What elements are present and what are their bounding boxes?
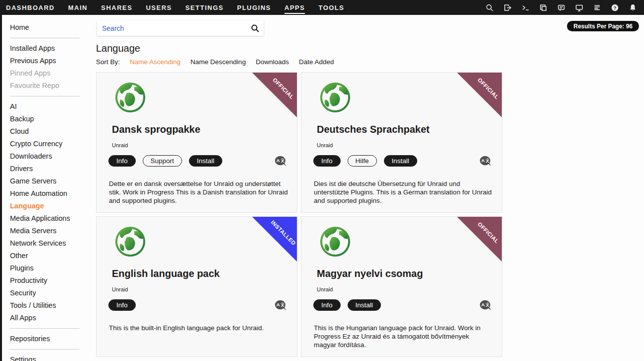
sidebar-item-tools-utilities[interactable]: Tools / Utilities	[10, 299, 96, 312]
sidebar-item-cloud[interactable]: Cloud	[10, 125, 96, 138]
translate-icon[interactable]: A	[275, 156, 287, 167]
sidebar-item-backup[interactable]: Backup	[10, 113, 96, 125]
nav-main[interactable]: MAIN	[68, 1, 88, 14]
official-ribbon: OFFICIAL	[252, 73, 297, 117]
nav-icons: ?	[485, 3, 644, 12]
nav-shares[interactable]: SHARES	[101, 1, 132, 14]
sidebar-item-favourite-repo: Favourite Repo	[10, 80, 96, 92]
app-description: This is the Hungarian language pack for …	[314, 324, 493, 349]
app-author: Unraid	[317, 142, 333, 148]
help-icon[interactable]: ?	[611, 3, 619, 12]
terminal-icon[interactable]	[521, 3, 530, 12]
sidebar-divider	[10, 349, 80, 350]
svg-text:A: A	[276, 302, 280, 307]
search-submit-button[interactable]	[247, 21, 264, 36]
app-title[interactable]: Dansk sprogpakke	[112, 124, 200, 135]
sidebar-divider	[10, 328, 80, 329]
toolbar-row: Results Per Page: 96	[96, 15, 644, 36]
info-button[interactable]: Info	[313, 299, 341, 311]
nav-dashboard[interactable]: DASHBOARD	[6, 1, 55, 14]
globe-icon	[316, 82, 354, 116]
sidebar-divider	[10, 96, 80, 96]
support-button[interactable]: Support	[143, 155, 182, 167]
support-button[interactable]: Hilfe	[348, 155, 377, 167]
svg-text:A: A	[481, 158, 485, 163]
sort-name-descending[interactable]: Name Descending	[190, 58, 246, 66]
sidebar-item-repositories[interactable]: Repositories	[10, 333, 96, 345]
sidebar-item-settings[interactable]: Settings	[10, 354, 96, 361]
display-icon[interactable]	[575, 3, 583, 12]
nav-apps[interactable]: APPS	[284, 1, 305, 14]
copy-icon[interactable]	[539, 3, 548, 12]
svg-text:A: A	[276, 158, 280, 163]
app-author: Unraid	[112, 286, 128, 292]
install-button[interactable]: Install	[348, 299, 381, 311]
sidebar-item-media-servers[interactable]: Media Servers	[10, 225, 96, 237]
app-card-english: INSTALLED English language pack Unraid I…	[96, 216, 297, 357]
logout-icon[interactable]	[503, 3, 512, 12]
ribbon-label: INSTALLED	[269, 218, 297, 247]
nav-tools[interactable]: TOOLS	[318, 1, 344, 14]
sidebar-item-plugins[interactable]: Plugins	[10, 262, 96, 274]
app-description: Dette er en dansk oversættelse for Unrai…	[109, 180, 288, 205]
search-input[interactable]	[97, 24, 247, 32]
app-title[interactable]: Magyar nyelvi csomag	[317, 268, 423, 279]
sidebar-item-ai[interactable]: AI	[10, 100, 96, 113]
sidebar-item-crypto-currency[interactable]: Crypto Currency	[10, 138, 96, 150]
sidebar-item-drivers[interactable]: Drivers	[10, 163, 96, 175]
app-author: Unraid	[112, 142, 128, 148]
app-title[interactable]: Deutsches Sprachpaket	[317, 124, 430, 135]
sidebar-item-all-apps[interactable]: All Apps	[10, 312, 96, 324]
info-button[interactable]: Info	[108, 155, 136, 167]
official-ribbon: OFFICIAL	[457, 73, 502, 117]
sidebar-item-other[interactable]: Other	[10, 250, 96, 262]
sidebar-item-media-applications[interactable]: Media Applications	[10, 212, 96, 225]
info-button[interactable]: Info	[108, 299, 136, 311]
search-box	[97, 21, 264, 36]
sort-downloads[interactable]: Downloads	[256, 58, 289, 66]
official-ribbon: OFFICIAL	[457, 217, 502, 262]
ribbon-label: OFFICIAL	[474, 74, 502, 103]
main-content: Results Per Page: 96 Language Sort By: N…	[96, 15, 644, 361]
ribbon-label: OFFICIAL	[269, 74, 297, 103]
translate-icon[interactable]: A	[479, 156, 492, 167]
sidebar-item-language[interactable]: Language	[10, 200, 96, 212]
card-actions: Info Support Install A	[108, 155, 287, 167]
sort-date-added[interactable]: Date Added	[299, 58, 334, 66]
translate-icon[interactable]: A	[479, 300, 492, 311]
sidebar-item-home-automation[interactable]: Home Automation	[10, 187, 96, 200]
results-per-page-pill[interactable]: Results Per Page: 96	[567, 21, 639, 31]
sidebar-item-productivity[interactable]: Productivity	[10, 274, 96, 287]
app-title[interactable]: English language pack	[112, 268, 220, 279]
feedback-icon[interactable]	[557, 3, 565, 12]
svg-text:?: ?	[614, 5, 617, 10]
install-button[interactable]: Install	[189, 155, 222, 167]
sidebar-item-downloaders[interactable]: Downloaders	[10, 150, 96, 163]
sidebar-item-game-servers[interactable]: Game Servers	[10, 175, 96, 187]
top-navbar: DASHBOARD MAIN SHARES USERS SETTINGS PLU…	[0, 0, 644, 15]
sidebar-divider	[10, 38, 80, 38]
sort-bar: Sort By: Name Ascending Name Descending …	[96, 58, 644, 66]
translate-icon[interactable]: A	[275, 300, 287, 311]
nav-items: DASHBOARD MAIN SHARES USERS SETTINGS PLU…	[0, 1, 344, 14]
log-icon[interactable]	[593, 3, 601, 12]
globe-icon	[111, 82, 149, 116]
sidebar-item-home[interactable]: Home	[10, 21, 96, 34]
card-actions: Info Hilfe Install A	[313, 155, 492, 167]
sidebar-item-network-services[interactable]: Network Services	[10, 237, 96, 250]
sort-name-ascending[interactable]: Name Ascending	[130, 58, 181, 66]
nav-users[interactable]: USERS	[146, 1, 172, 14]
search-icon[interactable]	[485, 3, 494, 12]
card-actions: Info Install A	[313, 299, 492, 311]
sidebar-item-security[interactable]: Security	[10, 287, 96, 299]
sidebar-item-installed-apps[interactable]: Installed Apps	[10, 42, 96, 55]
bell-icon[interactable]	[629, 3, 637, 12]
info-button[interactable]: Info	[313, 155, 341, 167]
sidebar-item-previous-apps[interactable]: Previous Apps	[10, 55, 96, 67]
install-button[interactable]: Install	[384, 155, 417, 167]
app-description: Dies ist die deutsche Übersetzung für Un…	[314, 180, 493, 205]
nav-plugins[interactable]: PLUGINS	[237, 1, 271, 14]
app-author: Unraid	[317, 286, 333, 292]
app-card-dansk: OFFICIAL Dansk sprogpakke Unraid	[96, 72, 297, 213]
nav-settings[interactable]: SETTINGS	[185, 1, 224, 14]
